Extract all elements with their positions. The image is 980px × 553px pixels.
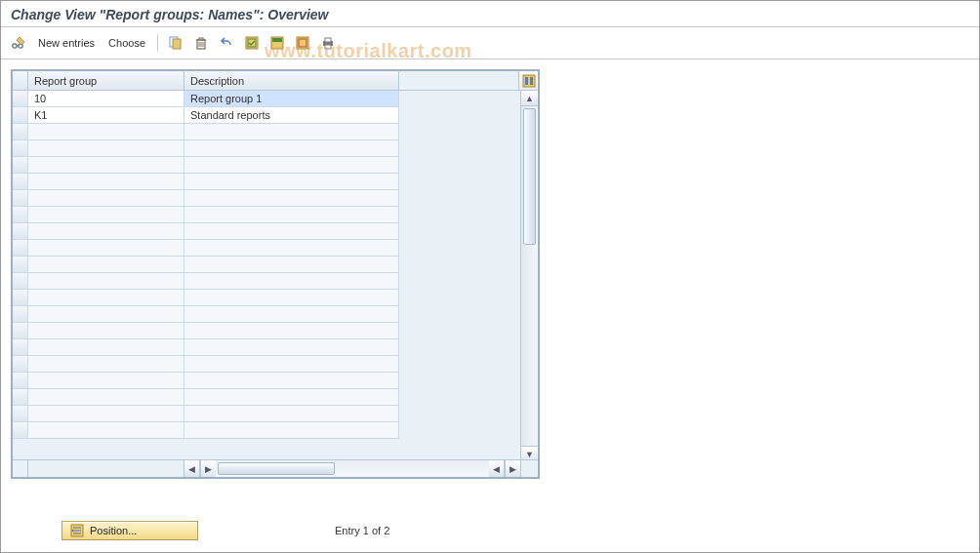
cell-report-group[interactable]	[28, 356, 184, 372]
table-row[interactable]	[13, 290, 399, 306]
cell-report-group[interactable]	[28, 339, 184, 355]
column-header-description[interactable]: Description	[184, 71, 399, 90]
table-row[interactable]	[13, 273, 399, 290]
row-selector[interactable]	[13, 190, 28, 206]
toggle-display-change-button[interactable]	[9, 33, 28, 53]
row-selector[interactable]	[13, 240, 28, 256]
cell-report-group[interactable]	[28, 389, 184, 405]
cell-description[interactable]	[184, 190, 399, 206]
table-row[interactable]	[13, 223, 399, 240]
row-selector-header[interactable]	[13, 71, 28, 90]
copy-button[interactable]	[166, 33, 185, 53]
cell-description[interactable]	[184, 223, 399, 239]
new-entries-button[interactable]: New entries	[34, 37, 99, 49]
table-row[interactable]	[13, 323, 399, 339]
cell-report-group[interactable]	[28, 273, 184, 289]
table-row[interactable]	[13, 306, 399, 323]
row-selector[interactable]	[13, 107, 28, 123]
table-row[interactable]	[13, 422, 399, 439]
undo-button[interactable]	[217, 33, 236, 53]
table-row[interactable]	[13, 124, 399, 140]
row-selector[interactable]	[13, 373, 28, 388]
table-row[interactable]	[13, 157, 399, 174]
table-row[interactable]	[13, 240, 399, 257]
table-row[interactable]	[13, 174, 399, 190]
table-row[interactable]	[13, 373, 399, 389]
column-header-report-group[interactable]: Report group	[28, 71, 184, 90]
cell-report-group[interactable]	[28, 306, 184, 322]
hscroll-right-step-button[interactable]: ▶	[200, 460, 216, 477]
cell-description[interactable]	[184, 157, 399, 173]
cell-description[interactable]	[184, 373, 399, 388]
hscroll-left-end-button[interactable]: ◀	[489, 460, 505, 477]
table-row[interactable]	[13, 190, 399, 207]
cell-report-group[interactable]	[28, 373, 184, 388]
row-selector[interactable]	[13, 323, 28, 338]
scroll-track[interactable]	[521, 106, 538, 446]
cell-report-group[interactable]	[28, 207, 184, 222]
position-button[interactable]: Position...	[61, 521, 198, 540]
cell-description[interactable]	[184, 339, 399, 355]
cell-report-group[interactable]	[28, 223, 184, 239]
table-settings-button[interactable]	[518, 71, 538, 90]
table-row[interactable]: 10Report group 1	[13, 91, 399, 107]
cell-description[interactable]	[184, 422, 399, 438]
row-selector[interactable]	[13, 124, 28, 139]
delete-button[interactable]	[191, 33, 211, 53]
cell-report-group[interactable]	[28, 422, 184, 438]
cell-description[interactable]	[184, 356, 399, 372]
cell-description[interactable]	[184, 290, 399, 305]
table-row[interactable]	[13, 257, 399, 273]
cell-description[interactable]	[184, 140, 399, 156]
row-selector[interactable]	[13, 91, 28, 106]
deselect-all-button[interactable]	[293, 33, 312, 53]
select-block-button[interactable]	[267, 33, 287, 53]
cell-description[interactable]	[184, 389, 399, 405]
cell-description[interactable]	[184, 174, 399, 189]
scroll-thumb[interactable]	[523, 108, 536, 245]
row-selector[interactable]	[13, 422, 28, 438]
table-row[interactable]	[13, 406, 399, 422]
cell-report-group[interactable]	[28, 406, 184, 421]
cell-report-group[interactable]	[28, 323, 184, 338]
cell-description[interactable]: Standard reports	[184, 107, 399, 123]
hscroll-left-button[interactable]: ◀	[184, 460, 200, 477]
hscroll-track[interactable]	[216, 460, 489, 477]
row-selector[interactable]	[13, 389, 28, 405]
row-selector[interactable]	[13, 207, 28, 222]
table-row[interactable]	[13, 207, 399, 223]
table-row[interactable]	[13, 356, 399, 373]
select-all-button[interactable]	[242, 33, 262, 53]
row-selector[interactable]	[13, 306, 28, 322]
cell-description[interactable]	[184, 406, 399, 421]
cell-report-group[interactable]	[28, 290, 184, 305]
row-selector[interactable]	[13, 273, 28, 289]
cell-report-group[interactable]	[28, 124, 184, 139]
row-selector[interactable]	[13, 406, 28, 421]
row-selector[interactable]	[13, 257, 28, 272]
cell-report-group[interactable]	[28, 190, 184, 206]
cell-report-group[interactable]	[28, 174, 184, 189]
table-row[interactable]: K1Standard reports	[13, 107, 399, 124]
choose-button[interactable]: Choose	[104, 37, 149, 49]
cell-description[interactable]	[184, 323, 399, 338]
cell-report-group[interactable]	[28, 140, 184, 156]
table-row[interactable]	[13, 389, 399, 406]
cell-description[interactable]	[184, 273, 399, 289]
row-selector[interactable]	[13, 339, 28, 355]
table-row[interactable]	[13, 140, 399, 157]
row-selector[interactable]	[13, 223, 28, 239]
cell-report-group[interactable]	[28, 240, 184, 256]
cell-description[interactable]	[184, 124, 399, 139]
row-selector[interactable]	[13, 174, 28, 189]
vertical-scrollbar[interactable]: ▲ ▼	[520, 91, 538, 461]
hscroll-thumb[interactable]	[218, 462, 335, 475]
table-row[interactable]	[13, 339, 399, 356]
print-button[interactable]	[318, 33, 338, 53]
cell-report-group[interactable]	[28, 157, 184, 173]
row-selector[interactable]	[13, 290, 28, 305]
cell-description[interactable]	[184, 257, 399, 272]
cell-report-group[interactable]: 10	[28, 91, 184, 106]
cell-description[interactable]: Report group 1	[184, 91, 399, 106]
cell-report-group[interactable]: K1	[28, 107, 184, 123]
